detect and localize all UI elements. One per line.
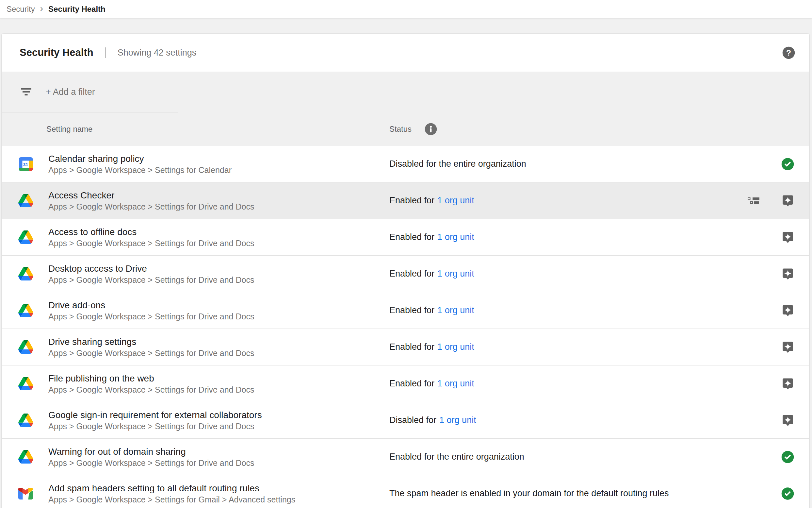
setting-title: Access Checker	[48, 189, 254, 201]
status-cell: Enabled for 1 org unit	[389, 182, 474, 219]
page-title: Security Health	[19, 47, 93, 58]
add-filter-button[interactable]: + Add a filter	[46, 87, 95, 97]
status-org-link[interactable]: 1 org unit	[437, 305, 474, 315]
recommendation-flag-icon[interactable]	[782, 194, 794, 207]
status-ok-icon	[781, 487, 794, 500]
drive-icon	[18, 266, 34, 282]
svg-text:?: ?	[786, 48, 791, 57]
recommendation-flag-icon[interactable]	[782, 414, 794, 427]
setting-path: Apps > Google Workspace > Settings for D…	[48, 201, 254, 212]
status-text: Enabled for	[389, 342, 434, 352]
status-text: Enabled for	[389, 269, 434, 279]
status-org-link[interactable]: 1 org unit	[437, 232, 474, 242]
setting-path: Apps > Google Workspace > Settings for D…	[48, 238, 254, 248]
status-cell: Enabled for 1 org unit	[389, 366, 474, 402]
drive-icon	[18, 413, 34, 428]
status-ok-icon	[781, 450, 794, 464]
setting-title: Drive add-ons	[48, 299, 254, 311]
setting-row[interactable]: Desktop access to Drive Apps > Google Wo…	[2, 256, 809, 292]
setting-text-block: Calendar sharing policy Apps > Google Wo…	[48, 153, 232, 175]
table-header: Setting name Status	[2, 113, 809, 146]
status-org-link[interactable]: 1 org unit	[439, 415, 476, 425]
status-cell: Enabled for the entire organization	[389, 439, 524, 475]
setting-path: Apps > Google Workspace > Settings for C…	[48, 164, 232, 175]
setting-path: Apps > Google Workspace > Settings for D…	[48, 421, 262, 431]
status-text: The spam header is enabled in your domai…	[389, 489, 669, 499]
status-info-icon[interactable]	[424, 123, 437, 136]
setting-text-block: Drive add-ons Apps > Google Workspace > …	[48, 299, 254, 322]
setting-row[interactable]: Access Checker Apps > Google Workspace >…	[2, 182, 809, 219]
setting-path: Apps > Google Workspace > Settings for D…	[48, 384, 254, 395]
setting-text-block: Access to offline docs Apps > Google Wor…	[48, 226, 254, 248]
setting-text-block: Drive sharing settings Apps > Google Wor…	[48, 336, 254, 358]
setting-row[interactable]: Drive sharing settings Apps > Google Wor…	[2, 329, 809, 366]
status-org-link[interactable]: 1 org unit	[437, 196, 474, 206]
drive-icon	[18, 303, 34, 319]
filter-icon	[20, 88, 32, 96]
setting-text-block: Warning for out of domain sharing Apps >…	[48, 446, 254, 468]
status-text: Enabled for the entire organization	[389, 452, 524, 462]
filter-bar: + Add a filter	[2, 72, 809, 113]
status-text: Enabled for	[389, 232, 434, 242]
setting-path: Apps > Google Workspace > Settings for D…	[48, 311, 254, 322]
status-cell: Enabled for 1 org unit	[389, 292, 474, 329]
setting-title: Warning for out of domain sharing	[48, 446, 254, 457]
setting-text-block: Desktop access to Drive Apps > Google Wo…	[48, 262, 254, 285]
setting-title: Desktop access to Drive	[48, 262, 254, 274]
status-org-link[interactable]: 1 org unit	[437, 342, 474, 352]
setting-title: Access to offline docs	[48, 226, 254, 238]
setting-path: Apps > Google Workspace > Settings for D…	[48, 457, 254, 468]
drive-icon	[18, 193, 34, 209]
svg-text:31: 31	[23, 162, 28, 167]
status-org-link[interactable]: 1 org unit	[437, 379, 474, 389]
setting-title: File publishing on the web	[48, 372, 254, 384]
status-text: Disabled for the entire organization	[389, 159, 526, 169]
org-units-icon	[748, 197, 759, 204]
recommendation-flag-icon[interactable]	[782, 340, 794, 354]
setting-text-block: Add spam headers setting to all default …	[48, 482, 295, 505]
setting-text-block: Access Checker Apps > Google Workspace >…	[48, 189, 254, 212]
breadcrumb-parent-link[interactable]: Security	[6, 5, 35, 14]
setting-row[interactable]: Access to offline docs Apps > Google Wor…	[2, 219, 809, 256]
setting-row[interactable]: Warning for out of domain sharing Apps >…	[2, 439, 809, 475]
setting-row[interactable]: File publishing on the web Apps > Google…	[2, 366, 809, 402]
setting-path: Apps > Google Workspace > Settings for D…	[48, 274, 254, 285]
drive-icon	[18, 376, 34, 392]
recommendation-flag-icon[interactable]	[782, 377, 794, 390]
setting-row[interactable]: 31 Calendar sharing policy Apps > Google…	[2, 146, 809, 182]
title-divider	[105, 47, 106, 58]
status-org-link[interactable]: 1 org unit	[437, 269, 474, 279]
breadcrumb-current: Security Health	[48, 5, 105, 14]
drive-icon	[18, 339, 34, 355]
gmail-icon	[18, 486, 34, 502]
breadcrumb: Security › Security Health	[0, 0, 812, 18]
card-header: Security Health Showing 42 settings ?	[2, 34, 809, 72]
security-health-card: Security Health Showing 42 settings ? + …	[2, 34, 809, 508]
recommendation-flag-icon[interactable]	[782, 230, 794, 244]
status-cell: Disabled for 1 org unit	[389, 402, 476, 438]
setting-row[interactable]: Drive add-ons Apps > Google Workspace > …	[2, 292, 809, 329]
status-ok-icon	[781, 157, 794, 171]
setting-row[interactable]: Add spam headers setting to all default …	[2, 475, 809, 508]
status-text: Disabled for	[389, 415, 436, 425]
table-controls: + Add a filter Setting name Status	[2, 72, 809, 146]
status-cell: Enabled for 1 org unit	[389, 219, 474, 255]
setting-text-block: Google sign-in requirement for external …	[48, 409, 262, 431]
setting-title: Calendar sharing policy	[48, 153, 232, 164]
setting-path: Apps > Google Workspace > Settings for G…	[48, 494, 295, 505]
status-cell: Disabled for the entire organization	[389, 146, 526, 182]
setting-title: Add spam headers setting to all default …	[48, 482, 295, 494]
column-header-setting-name: Setting name	[46, 125, 92, 134]
drive-icon	[18, 229, 34, 245]
recommendation-flag-icon[interactable]	[782, 267, 794, 281]
recommendation-flag-icon[interactable]	[782, 304, 794, 317]
setting-row[interactable]: Google sign-in requirement for external …	[2, 402, 809, 439]
column-header-status: Status	[389, 125, 412, 134]
settings-table-body: 31 Calendar sharing policy Apps > Google…	[2, 146, 809, 508]
setting-text-block: File publishing on the web Apps > Google…	[48, 372, 254, 395]
help-icon[interactable]: ?	[782, 46, 795, 59]
setting-path: Apps > Google Workspace > Settings for D…	[48, 347, 254, 358]
calendar-icon: 31	[18, 156, 34, 172]
status-text: Enabled for	[389, 305, 434, 315]
setting-title: Drive sharing settings	[48, 336, 254, 347]
